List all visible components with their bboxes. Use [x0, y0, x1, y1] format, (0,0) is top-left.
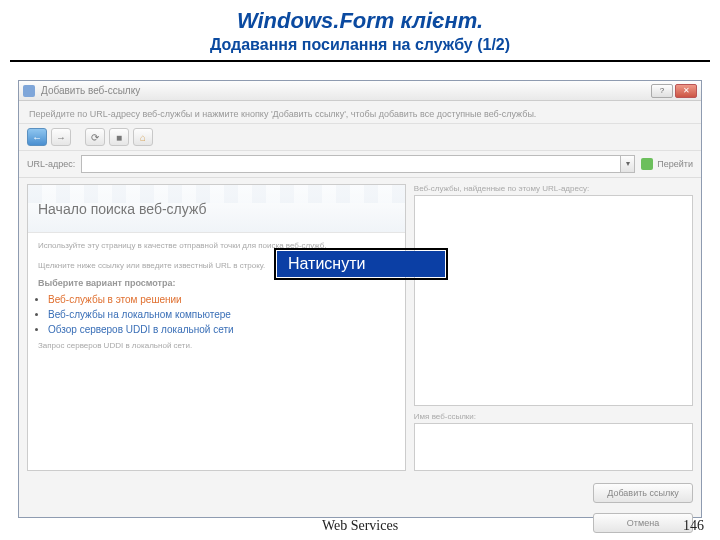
- url-row: URL-адрес: ▾ Перейти: [19, 151, 701, 177]
- nav-stop-button[interactable]: ■: [109, 128, 129, 146]
- found-services-label: Веб-службы, найденные по этому URL-адрес…: [414, 184, 693, 193]
- add-web-reference-dialog: Добавить веб-ссылку ? ✕ Перейдите по URL…: [18, 80, 702, 518]
- dialog-titlebar: Добавить веб-ссылку ? ✕: [19, 81, 701, 101]
- slide-title: Windows.Form клієнт. Додавання посилання…: [0, 0, 720, 56]
- nav-home-button[interactable]: ⌂: [133, 128, 153, 146]
- slide-title-sub: Додавання посилання на службу (1/2): [0, 36, 720, 54]
- uddi-note: Запрос серверов UDDI в локальной сети.: [28, 339, 405, 352]
- dialog-body: Начало поиска веб-служб Используйте эту …: [19, 177, 701, 477]
- dialog-icon: [23, 85, 35, 97]
- link-uddi-servers[interactable]: Обзор серверов UDDI в локальной сети: [48, 324, 234, 335]
- url-label: URL-адрес:: [27, 159, 75, 169]
- go-label: Перейти: [657, 159, 693, 169]
- help-button[interactable]: ?: [651, 84, 673, 98]
- reference-name-label: Имя веб-ссылки:: [414, 412, 693, 421]
- link-services-local[interactable]: Веб-службы на локальном компьютере: [48, 309, 231, 320]
- window-buttons: ? ✕: [651, 84, 697, 98]
- link-services-in-solution[interactable]: Веб-службы в этом решении: [48, 294, 182, 305]
- results-pane: Веб-службы, найденные по этому URL-адрес…: [414, 184, 693, 471]
- go-button[interactable]: Перейти: [641, 158, 693, 170]
- list-item: Веб-службы на локальном компьютере: [48, 307, 399, 322]
- list-item: Веб-службы в этом решении: [48, 292, 399, 307]
- add-row: Добавить ссылку: [19, 477, 701, 509]
- slide-footer: Web Services: [0, 518, 720, 534]
- nav-forward-button[interactable]: →: [51, 128, 71, 146]
- browser-navbar: ← → ⟳ ■ ⌂: [19, 123, 701, 151]
- url-dropdown-button[interactable]: ▾: [621, 155, 635, 173]
- found-services-listbox[interactable]: [414, 195, 693, 406]
- nav-back-button[interactable]: ←: [27, 128, 47, 146]
- url-input[interactable]: [81, 155, 621, 173]
- dialog-title: Добавить веб-ссылку: [41, 85, 651, 96]
- banner-title: Начало поиска веб-служб: [38, 201, 206, 217]
- callout-annotation: Натиснути: [277, 251, 445, 277]
- slide-title-main: Windows.Form клієнт.: [0, 8, 720, 34]
- add-reference-button[interactable]: Добавить ссылку: [593, 483, 693, 503]
- reference-name-input[interactable]: [414, 423, 693, 471]
- close-button[interactable]: ✕: [675, 84, 697, 98]
- browser-pane: Начало поиска веб-служб Используйте эту …: [27, 184, 406, 471]
- dialog-instruction: Перейдите по URL-адресу веб-службы и наж…: [19, 101, 701, 123]
- start-search-banner: Начало поиска веб-служб: [28, 185, 405, 233]
- options-list: Веб-службы в этом решении Веб-службы на …: [28, 290, 405, 339]
- list-item: Обзор серверов UDDI в локальной сети: [48, 322, 399, 337]
- title-divider: [10, 60, 710, 62]
- nav-refresh-button[interactable]: ⟳: [85, 128, 105, 146]
- go-arrow-icon: [641, 158, 653, 170]
- slide-number: 146: [683, 518, 704, 534]
